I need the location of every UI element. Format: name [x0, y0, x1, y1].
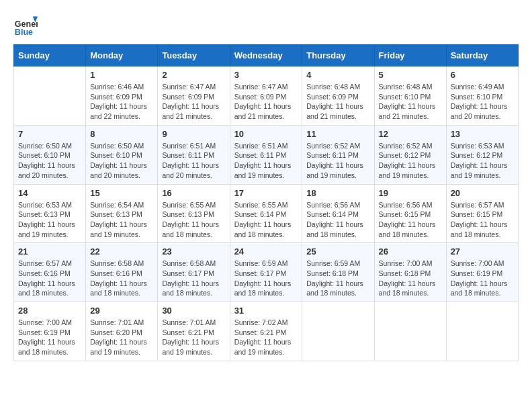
calendar-cell: 23Sunrise: 6:58 AMSunset: 6:17 PMDayligh…: [158, 243, 230, 302]
day-info: Sunrise: 7:01 AMSunset: 6:20 PMDaylight:…: [90, 318, 153, 357]
day-info: Sunrise: 6:52 AMSunset: 6:11 PMDaylight:…: [306, 141, 369, 181]
day-info: Sunrise: 6:55 AMSunset: 6:14 PMDaylight:…: [234, 200, 298, 240]
day-info: Sunrise: 6:47 AMSunset: 6:09 PMDaylight:…: [234, 82, 298, 122]
calendar-cell: 5Sunrise: 6:48 AMSunset: 6:10 PMDaylight…: [374, 66, 446, 126]
day-number: 29: [90, 306, 153, 316]
day-number: 24: [234, 246, 298, 257]
calendar-cell: 3Sunrise: 6:47 AMSunset: 6:09 PMDaylight…: [230, 66, 302, 126]
calendar-cell: 21Sunrise: 6:57 AMSunset: 6:16 PMDayligh…: [14, 243, 86, 302]
day-number: 4: [306, 70, 369, 80]
calendar-cell: 24Sunrise: 6:59 AMSunset: 6:17 PMDayligh…: [230, 243, 302, 302]
logo: General Blue: [13, 13, 40, 38]
day-info: Sunrise: 6:50 AMSunset: 6:10 PMDaylight:…: [18, 141, 81, 181]
svg-text:Blue: Blue: [15, 28, 33, 37]
calendar-cell: 27Sunrise: 7:00 AMSunset: 6:19 PMDayligh…: [446, 243, 518, 302]
day-number: 15: [90, 188, 153, 198]
calendar-table: SundayMondayTuesdayWednesdayThursdayFrid…: [13, 44, 519, 361]
calendar-week-row: 28Sunrise: 7:00 AMSunset: 6:19 PMDayligh…: [14, 302, 519, 361]
day-number: 13: [451, 129, 514, 139]
day-info: Sunrise: 6:47 AMSunset: 6:09 PMDaylight:…: [162, 82, 225, 122]
day-number: 6: [451, 70, 514, 80]
day-number: 17: [234, 188, 298, 198]
day-number: 28: [18, 306, 81, 316]
day-number: 30: [162, 306, 225, 316]
calendar-cell: 10Sunrise: 6:51 AMSunset: 6:11 PMDayligh…: [230, 125, 302, 184]
calendar-cell: 19Sunrise: 6:56 AMSunset: 6:15 PMDayligh…: [374, 184, 446, 243]
calendar-header-row: SundayMondayTuesdayWednesdayThursdayFrid…: [14, 45, 519, 66]
col-header-saturday: Saturday: [446, 45, 518, 66]
day-info: Sunrise: 6:56 AMSunset: 6:14 PMDaylight:…: [306, 200, 369, 240]
day-number: 2: [162, 70, 225, 80]
day-info: Sunrise: 7:00 AMSunset: 6:19 PMDaylight:…: [451, 259, 514, 298]
calendar-cell: 30Sunrise: 7:01 AMSunset: 6:21 PMDayligh…: [158, 302, 230, 361]
day-number: 12: [379, 129, 442, 139]
day-info: Sunrise: 7:00 AMSunset: 6:19 PMDaylight:…: [18, 318, 81, 357]
day-number: 18: [306, 188, 369, 198]
day-number: 5: [379, 70, 442, 80]
calendar-cell: 25Sunrise: 6:59 AMSunset: 6:18 PMDayligh…: [302, 243, 374, 302]
col-header-monday: Monday: [86, 45, 158, 66]
calendar-week-row: 7Sunrise: 6:50 AMSunset: 6:10 PMDaylight…: [14, 125, 519, 184]
day-number: 8: [90, 129, 153, 139]
calendar-week-row: 21Sunrise: 6:57 AMSunset: 6:16 PMDayligh…: [14, 243, 519, 302]
day-info: Sunrise: 6:57 AMSunset: 6:16 PMDaylight:…: [18, 259, 81, 298]
calendar-cell: 31Sunrise: 7:02 AMSunset: 6:21 PMDayligh…: [230, 302, 302, 361]
calendar-cell: 18Sunrise: 6:56 AMSunset: 6:14 PMDayligh…: [302, 184, 374, 243]
day-info: Sunrise: 6:58 AMSunset: 6:17 PMDaylight:…: [162, 259, 225, 298]
day-number: 9: [162, 129, 225, 139]
day-info: Sunrise: 6:58 AMSunset: 6:16 PMDaylight:…: [90, 259, 153, 298]
day-number: 10: [234, 129, 298, 139]
col-header-tuesday: Tuesday: [158, 45, 230, 66]
day-info: Sunrise: 6:51 AMSunset: 6:11 PMDaylight:…: [162, 141, 225, 181]
day-number: 11: [306, 129, 369, 139]
day-info: Sunrise: 6:54 AMSunset: 6:13 PMDaylight:…: [90, 200, 153, 240]
day-info: Sunrise: 7:02 AMSunset: 6:21 PMDaylight:…: [234, 318, 298, 357]
calendar-cell: 26Sunrise: 7:00 AMSunset: 6:18 PMDayligh…: [374, 243, 446, 302]
calendar-cell: [302, 302, 374, 361]
day-info: Sunrise: 6:52 AMSunset: 6:12 PMDaylight:…: [379, 141, 442, 181]
calendar-cell: 9Sunrise: 6:51 AMSunset: 6:11 PMDaylight…: [158, 125, 230, 184]
day-number: 3: [234, 70, 298, 80]
day-info: Sunrise: 6:49 AMSunset: 6:10 PMDaylight:…: [451, 82, 514, 122]
day-info: Sunrise: 7:00 AMSunset: 6:18 PMDaylight:…: [379, 259, 442, 298]
day-number: 7: [18, 129, 81, 139]
day-info: Sunrise: 6:53 AMSunset: 6:13 PMDaylight:…: [18, 200, 81, 240]
col-header-wednesday: Wednesday: [230, 45, 302, 66]
calendar-cell: 15Sunrise: 6:54 AMSunset: 6:13 PMDayligh…: [86, 184, 158, 243]
calendar-week-row: 14Sunrise: 6:53 AMSunset: 6:13 PMDayligh…: [14, 184, 519, 243]
logo-icon: General Blue: [13, 13, 38, 38]
col-header-friday: Friday: [374, 45, 446, 66]
col-header-sunday: Sunday: [14, 45, 86, 66]
calendar-cell: 14Sunrise: 6:53 AMSunset: 6:13 PMDayligh…: [14, 184, 86, 243]
day-info: Sunrise: 6:57 AMSunset: 6:15 PMDaylight:…: [451, 200, 514, 240]
day-info: Sunrise: 6:55 AMSunset: 6:13 PMDaylight:…: [162, 200, 225, 240]
day-info: Sunrise: 6:56 AMSunset: 6:15 PMDaylight:…: [379, 200, 442, 240]
day-number: 25: [306, 246, 369, 257]
calendar-cell: 20Sunrise: 6:57 AMSunset: 6:15 PMDayligh…: [446, 184, 518, 243]
calendar-cell: 13Sunrise: 6:53 AMSunset: 6:12 PMDayligh…: [446, 125, 518, 184]
calendar-cell: 29Sunrise: 7:01 AMSunset: 6:20 PMDayligh…: [86, 302, 158, 361]
calendar-cell: 2Sunrise: 6:47 AMSunset: 6:09 PMDaylight…: [158, 66, 230, 126]
day-info: Sunrise: 6:59 AMSunset: 6:18 PMDaylight:…: [306, 259, 369, 298]
day-number: 21: [18, 246, 81, 257]
calendar-cell: 16Sunrise: 6:55 AMSunset: 6:13 PMDayligh…: [158, 184, 230, 243]
calendar-cell: 1Sunrise: 6:46 AMSunset: 6:09 PMDaylight…: [86, 66, 158, 126]
day-number: 26: [379, 246, 442, 257]
day-number: 14: [18, 188, 81, 198]
day-number: 31: [234, 306, 298, 316]
calendar-cell: [14, 66, 86, 126]
day-info: Sunrise: 6:50 AMSunset: 6:10 PMDaylight:…: [90, 141, 153, 181]
day-info: Sunrise: 6:59 AMSunset: 6:17 PMDaylight:…: [234, 259, 298, 298]
calendar-cell: 22Sunrise: 6:58 AMSunset: 6:16 PMDayligh…: [86, 243, 158, 302]
day-number: 16: [162, 188, 225, 198]
day-info: Sunrise: 6:53 AMSunset: 6:12 PMDaylight:…: [451, 141, 514, 181]
calendar-cell: 11Sunrise: 6:52 AMSunset: 6:11 PMDayligh…: [302, 125, 374, 184]
day-number: 23: [162, 246, 225, 257]
calendar-cell: 8Sunrise: 6:50 AMSunset: 6:10 PMDaylight…: [86, 125, 158, 184]
day-info: Sunrise: 6:51 AMSunset: 6:11 PMDaylight:…: [234, 141, 298, 181]
calendar-cell: 12Sunrise: 6:52 AMSunset: 6:12 PMDayligh…: [374, 125, 446, 184]
col-header-thursday: Thursday: [302, 45, 374, 66]
calendar-cell: 28Sunrise: 7:00 AMSunset: 6:19 PMDayligh…: [14, 302, 86, 361]
page-header: General Blue: [13, 13, 519, 38]
calendar-cell: 6Sunrise: 6:49 AMSunset: 6:10 PMDaylight…: [446, 66, 518, 126]
